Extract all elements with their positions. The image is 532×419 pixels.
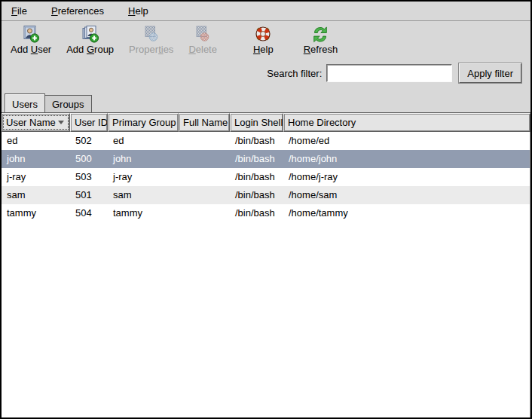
refresh-icon [311, 25, 329, 43]
properties-label: Properties [129, 44, 173, 55]
delete-icon [194, 25, 212, 43]
menu-preferences[interactable]: Preferences [44, 2, 111, 20]
add-group-icon [81, 25, 99, 43]
menu-help[interactable]: Help [121, 2, 155, 20]
column-header-user-id[interactable]: User ID [70, 113, 108, 132]
tab-users[interactable]: Users [5, 93, 45, 112]
column-header-full-name[interactable]: Full Name [179, 113, 230, 132]
add-user-icon [22, 25, 40, 43]
table-row-sam[interactable]: sam 501 sam /bin/bash /home/sam [2, 186, 530, 204]
table-row-ed[interactable]: ed 502 ed /bin/bash /home/ed [2, 132, 530, 150]
toolbar: Add User Add Group [2, 21, 530, 60]
properties-icon [142, 25, 161, 43]
delete-button[interactable]: Delete [184, 23, 222, 57]
search-filter-input[interactable] [326, 64, 452, 82]
help-icon [254, 25, 272, 43]
spacer [2, 87, 530, 93]
column-header-user-name[interactable]: User Name [2, 113, 70, 132]
add-user-label: Add User [11, 44, 51, 55]
apply-filter-button[interactable]: Apply filter [459, 63, 521, 83]
table-body: ed 502 ed /bin/bash /home/ed john 500 jo… [2, 132, 530, 417]
table-row-tammy[interactable]: tammy 504 tammy /bin/bash /home/tammy [2, 204, 530, 222]
user-manager-window: File Preferences Help Add User [0, 0, 532, 419]
search-filter-row: Search filter: Apply filter [2, 60, 530, 87]
table-row-john-selected[interactable]: john 500 john /bin/bash /home/john [2, 150, 530, 168]
table-row-j-ray[interactable]: j-ray 503 j-ray /bin/bash /home/j-ray [2, 168, 530, 186]
add-group-label: Add Group [66, 44, 114, 55]
column-header-login-shell[interactable]: Login Shell [230, 113, 283, 132]
help-button[interactable]: Help [249, 23, 278, 57]
add-group-button[interactable]: Add Group [62, 23, 118, 57]
tabstrip: Users Groups [2, 93, 530, 112]
refresh-button[interactable]: Refresh [299, 23, 343, 57]
properties-button[interactable]: Properties [124, 23, 178, 57]
users-table: User Name User ID Primary Group Full Nam… [2, 112, 530, 417]
menu-file[interactable]: File [5, 2, 34, 20]
refresh-label: Refresh [304, 44, 338, 55]
help-label: Help [253, 44, 274, 55]
table-header: User Name User ID Primary Group Full Nam… [2, 113, 530, 132]
search-filter-label: Search filter: [267, 68, 322, 79]
tab-groups[interactable]: Groups [45, 95, 92, 112]
add-user-button[interactable]: Add User [6, 23, 56, 57]
delete-label: Delete [188, 44, 217, 55]
column-header-home-directory[interactable]: Home Directory [283, 113, 530, 132]
column-header-primary-group[interactable]: Primary Group [108, 113, 179, 132]
sort-descending-icon [58, 121, 64, 124]
menubar: File Preferences Help [2, 2, 530, 21]
